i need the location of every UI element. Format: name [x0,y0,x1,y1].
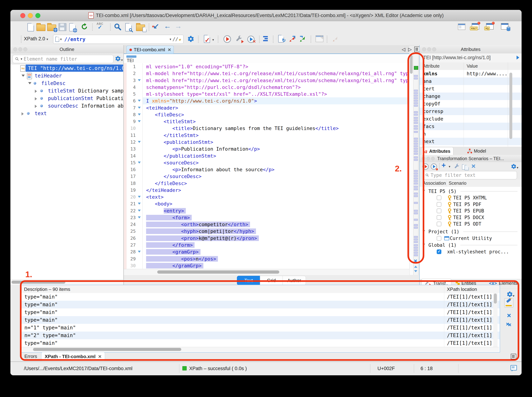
results-settings-button[interactable]: ▾ [507,291,513,298]
scenario-checkbox[interactable] [437,215,441,220]
scenarios-settings-button[interactable]: ▾ [511,163,517,169]
scenario-checkbox[interactable] [437,202,441,207]
close-tab-icon[interactable]: ✕ [168,47,171,52]
attributes-vscrollbar[interactable] [509,73,512,139]
code-line[interactable]: 3ml-model href="http://www.tei-c.org/rel… [124,77,409,84]
expand-icon[interactable] [35,97,37,100]
save-button[interactable] [58,23,66,31]
fold-icon[interactable] [138,210,141,211]
close-tab-icon[interactable]: ✕ [98,354,101,359]
next-editor-icon[interactable]: ▷ [408,47,412,52]
code-line[interactable]: 16 <p>Information about the source</p> [124,166,409,173]
fold-icon[interactable] [138,141,141,143]
new-scenario-dropdown[interactable]: ▾ [449,165,450,168]
scenario-item[interactable]: xml-stylesheet proc... [420,249,522,255]
code-line[interactable]: 25 <hyph>com|peti|tor</hyph> [124,228,409,235]
open-file-button[interactable] [36,23,45,31]
code-line[interactable]: 27 </form> [124,242,409,248]
outline-item[interactable]: titleStmt Dictionary samples from the TE… [10,87,123,95]
editor-hscrollbar[interactable] [124,269,409,275]
attribute-row[interactable]: corresp [420,108,522,115]
scenario-checkbox[interactable] [437,249,441,254]
pin-next-change-button[interactable] [288,35,296,43]
scenario-item[interactable]: TEI P5 DOCX [420,214,522,221]
fold-icon[interactable] [138,79,141,81]
view-tab-text[interactable]: Text [237,276,260,285]
code-line[interactable]: 15 <sourceDesc> [124,159,409,166]
scenario-item[interactable]: TEI P5 EPUB [420,208,522,214]
code-line[interactable]: 22 <entry> [124,207,409,214]
database-perspective-button[interactable] [501,23,508,30]
fold-icon[interactable] [138,196,141,198]
scenario-checkbox[interactable] [437,209,441,213]
editor-tab[interactable]: TEI-combo.xml ✕ [126,46,174,54]
tab-xpath-results[interactable]: XPath - TEI-combo.xml ✕ [41,352,105,361]
highlight-results-button[interactable] [504,298,513,308]
result-row[interactable]: type="main"/TEI[1]/text[1]/bo [21,293,500,301]
outline-item[interactable]: sourceDesc Information about the source [10,102,123,110]
scenario-item[interactable]: TEI P5 XHTML [420,195,522,201]
edit-annotations-button[interactable]: ✎ [316,35,323,42]
outline-item[interactable]: publicationStmt Publication Information [10,95,123,102]
back-button[interactable]: ← [164,22,171,30]
results-vscrollbar[interactable] [493,293,498,347]
fold-icon[interactable] [138,203,141,205]
outline-item[interactable]: fileDesc [10,80,123,87]
close-window-button[interactable] [20,13,25,18]
code-line[interactable]: 14 </publicationStmt> [124,152,409,159]
code-line[interactable]: 30 </gramGrp> [124,262,409,269]
outline-filter-input[interactable]: ▾ Element name filter [13,55,114,63]
code-line[interactable]: 20<text> [124,193,409,200]
spell-check-button[interactable]: ABC✓ [97,22,103,30]
code-line[interactable]: 8 <fileDesc> [124,111,409,118]
code-line[interactable]: 7<teiHeader> [124,104,409,111]
collapse-icon[interactable] [423,230,425,232]
collapse-icon[interactable] [28,82,32,84]
code-line[interactable]: 9 <titleStmt> [124,118,409,125]
tab-attributes[interactable]: a Attributes [421,147,453,155]
scenario-group[interactable]: TEI P5 (5) [420,188,522,194]
result-row[interactable]: type="main"/TEI[1]/text[1]/bo [21,316,500,324]
outline-item[interactable]: teiHeader [10,72,123,80]
xpath-input[interactable]: ▾ //entry ▾ //★ [53,35,184,44]
layout-button[interactable] [458,24,465,30]
code-line[interactable]: 18 </fileDesc> [124,180,409,187]
overview-ruler[interactable] [413,54,418,275]
code-line[interactable]: 23 <form> [124,214,409,221]
result-row[interactable]: n="2" type="main"/TEI[1]/text[1]/bo [21,332,500,339]
find-replace-in-files-button[interactable] [136,23,145,31]
outline-settings-button[interactable]: ▾ [115,56,121,62]
code-line[interactable]: 29 <pos>n</pos> [124,255,409,262]
clear-all-results-button[interactable] [506,322,512,327]
code-line[interactable]: 17 </sourceDesc> [124,173,409,180]
scenario-checkbox[interactable] [437,195,441,200]
attribute-row[interactable]: copyOf [420,100,522,108]
bottom-list-icon[interactable] [511,354,516,359]
code-line[interactable]: 13 <p>Publication Information</p> [124,145,409,152]
results-hscrollbar[interactable] [21,347,499,352]
tab-model[interactable]: Model [464,147,489,155]
scenario-item[interactable]: TEI P5 PDF [420,201,522,207]
open-url-button[interactable] [47,23,56,31]
fold-icon[interactable] [138,161,141,163]
tab-errors[interactable]: Errors [21,352,40,361]
new-scenario-button[interactable]: + [442,162,446,168]
code-line[interactable]: 5ml-stylesheet type="text/xsl" href="../… [124,91,409,98]
xslt-debugger-button[interactable]: XSLT [472,23,479,30]
editor-vscrollbar[interactable] [409,54,413,275]
fold-icon[interactable] [138,100,141,102]
reload-button[interactable] [80,23,88,31]
scenario-group[interactable]: Global (1) [420,242,522,248]
prev-editor-icon[interactable]: ◁ [402,47,405,52]
scenario-checkbox[interactable] [437,236,441,241]
breadcrumb-label[interactable]: TEI [127,58,134,63]
code-line[interactable]: 1ml version="1.0" encoding="UTF-8"?> [124,63,409,70]
refresh-document-button[interactable]: ↻ [278,35,284,43]
configure-transformation-button[interactable] [235,35,243,43]
expand-icon[interactable] [35,90,37,93]
delete-scenario-button[interactable] [471,164,476,168]
result-row[interactable]: type="main"/TEI[1]/text[1]/bo [21,339,500,347]
last-modification-button[interactable]: ↙* [153,22,159,30]
scenario-checkbox[interactable] [437,222,441,226]
notifications-icon[interactable] [510,365,517,371]
